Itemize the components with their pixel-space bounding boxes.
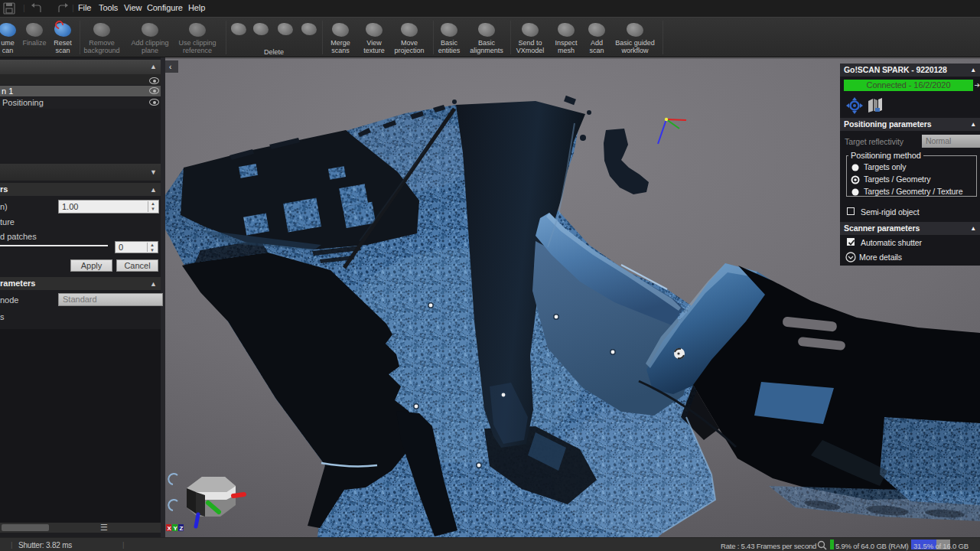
svg-text:Y: Y xyxy=(174,525,178,532)
svg-text:Z: Z xyxy=(180,525,184,532)
svg-text:X: X xyxy=(168,525,172,532)
svg-text:‹: ‹ xyxy=(169,63,171,71)
